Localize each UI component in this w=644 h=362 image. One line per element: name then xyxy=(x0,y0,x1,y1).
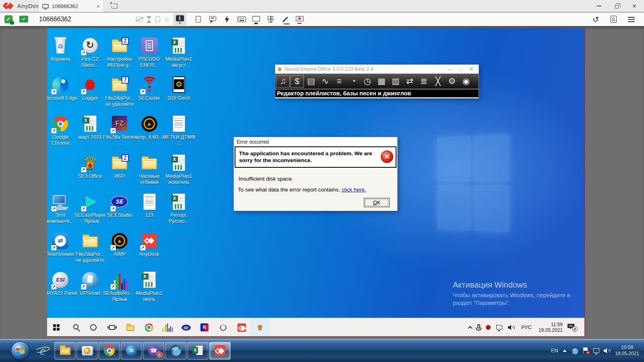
volume-icon[interactable] xyxy=(505,318,518,336)
host-clock[interactable]: 10:59 19.05.2021 xyxy=(615,345,639,357)
audio-router-button[interactable] xyxy=(158,318,177,336)
whiteboard-button[interactable] xyxy=(278,12,292,26)
document-button[interactable]: ▤ xyxy=(304,75,318,88)
excel-button[interactable]: X xyxy=(187,342,208,360)
desktop-icon-seaudioroute[interactable]: ↗SEAudioRo... - Ярлык xyxy=(103,270,136,302)
r-app-button[interactable]: R xyxy=(195,318,214,336)
desktop-icon-se3-office[interactable]: ♛↗SE3 Office xyxy=(73,153,107,179)
lens-app-button[interactable] xyxy=(165,342,186,360)
desktop-icon-secastplayer[interactable]: ↗SECastPlayer - Ярлык xyxy=(73,192,107,224)
recording-indicator-icon[interactable] xyxy=(483,318,493,336)
desktop-icon-aimp[interactable]: ▲↗AIMP xyxy=(103,231,136,257)
chat-button[interactable] xyxy=(205,12,220,26)
history-button[interactable]: ↺ xyxy=(587,12,605,26)
desktop-icon-filezilla-portable-folder-2[interactable]: FileZillaPor... не удаляйте xyxy=(73,231,107,263)
se-close-button[interactable]: ✕ xyxy=(466,66,477,73)
action-center-flag-icon[interactable]: × xyxy=(583,347,589,354)
viewer-eye-button[interactable]: ◉ xyxy=(459,75,473,88)
exchange-button[interactable]: ⇄ xyxy=(403,75,417,88)
desktop-icon-pira-cz-silence[interactable]: ↻↗Pira CZ Silenc... xyxy=(73,36,107,68)
se-maximize-button[interactable] xyxy=(456,66,466,73)
action-center-button[interactable]: 2 xyxy=(568,324,576,331)
windows-explorer-button[interactable] xyxy=(54,342,76,360)
pira-app-button[interactable] xyxy=(214,318,232,336)
anydesk-button[interactable] xyxy=(209,342,231,360)
se3-studio-button[interactable]: SE xyxy=(177,318,195,336)
scheduler-clock-button[interactable]: ◷ xyxy=(361,75,374,88)
desktop-icon-aimp-setup[interactable]: ▲aimp_4.60.... xyxy=(132,114,166,140)
desktop-icon-logger[interactable]: ↗Logger xyxy=(73,75,107,101)
sound-empire-titlebar[interactable]: ♛ Sound Empire Office 3.0.0.123 Beta 2.4… xyxy=(275,65,479,74)
sound-empire-button[interactable]: ♛ xyxy=(251,318,269,336)
sound-empire-window[interactable]: ♛ Sound Empire Office 3.0.0.123 Beta 2.4… xyxy=(275,64,479,99)
chrome-button[interactable] xyxy=(99,342,120,360)
tab-close-icon[interactable]: × xyxy=(96,3,100,9)
keyboard-button[interactable] xyxy=(234,12,249,26)
desktop-icon-ritorg-russko[interactable]: XРиторг, Русско... xyxy=(162,192,196,224)
desktop-icon-se3-studio[interactable]: SE↗SE3 Studio xyxy=(103,192,136,218)
billing-button[interactable]: $ xyxy=(290,75,304,88)
broadcast-dish-button[interactable]: ◔ xyxy=(347,75,360,88)
file-explorer-button[interactable] xyxy=(121,318,140,336)
music-editor-button[interactable]: ♫ xyxy=(276,75,290,88)
volume-icon[interactable] xyxy=(604,348,611,354)
desktop-icon-doc-123[interactable]: 123 xyxy=(132,192,166,218)
ok-button[interactable]: OK xyxy=(364,198,390,207)
viber-button[interactable]: ☎5 xyxy=(143,342,164,360)
thunderbird-button[interactable]: ✉ xyxy=(121,342,142,360)
monitor-select-button[interactable]: 1 xyxy=(173,13,186,25)
clock[interactable]: 11:59 19.05.2021 xyxy=(535,322,566,333)
file-transfer-button[interactable] xyxy=(191,12,205,26)
start-button[interactable] xyxy=(47,318,66,336)
network-icon[interactable] xyxy=(493,318,505,336)
language-indicator[interactable]: РУС xyxy=(518,324,535,330)
menu-button[interactable] xyxy=(622,12,640,26)
database-button[interactable]: ≣ xyxy=(417,75,431,88)
search-button[interactable] xyxy=(66,318,84,336)
task-view-button[interactable] xyxy=(103,318,121,336)
actions-button[interactable] xyxy=(220,12,234,26)
new-session-button[interactable] xyxy=(107,0,122,12)
settings-gear-button[interactable]: ⚙ xyxy=(445,75,459,88)
waveform-button[interactable]: ∿ xyxy=(318,75,332,88)
host-language-indicator[interactable]: EN xyxy=(551,348,558,354)
anydesk-button[interactable] xyxy=(232,318,251,336)
phonebook-button[interactable]: ▥ xyxy=(389,75,402,88)
window-close-button[interactable]: × xyxy=(625,0,643,12)
desktop-icon-filezilla-server[interactable]: FZ↗FileZilla Server ... xyxy=(103,114,136,146)
session-tab[interactable]: 106666362 × xyxy=(38,0,104,12)
address-chip[interactable]: ✓ 106666362 xyxy=(19,14,71,25)
desktop-icon-metki-dtmf[interactable]: МЕТКИ ДТМФ ... xyxy=(162,114,196,146)
desktop-icon-mediaplan1-august[interactable]: XMediaPlan1 август xyxy=(162,36,196,68)
desktop-icon-ibp-folder[interactable]: ZИБП xyxy=(103,153,136,179)
desktop-icon-pseudo-energy[interactable]: PSEUDO ENER... xyxy=(132,36,166,68)
error-dialog[interactable]: Error occurred The application has encou… xyxy=(233,137,398,211)
start-orb[interactable] xyxy=(9,339,31,362)
window-minimize-button[interactable] xyxy=(590,0,608,12)
chrome-button[interactable] xyxy=(140,318,158,336)
desktop-icon-dsfgen3[interactable]: ⚙DSFGen3 xyxy=(162,75,196,101)
window-restore-button[interactable] xyxy=(608,0,625,12)
desktop-icon-filezilla-portable-folder[interactable]: 7FileZillaPor... не удаляйте xyxy=(103,75,136,107)
tray-expand-icon[interactable] xyxy=(466,318,475,336)
cortana-button[interactable] xyxy=(84,318,103,336)
microphone-icon[interactable] xyxy=(475,318,483,336)
playlist-button[interactable]: ≡ xyxy=(332,75,346,88)
desktop-icon-mart-2021[interactable]: Xмарт 2021 xyxy=(73,114,107,140)
desktop-icon-mediaplan1-july[interactable]: XMediaPlan1 июль xyxy=(132,270,166,302)
se-minimize-button[interactable]: — xyxy=(445,66,456,72)
internet-explorer-button[interactable]: e xyxy=(33,339,52,362)
desktop-icon-mediaplan1-iskatel[interactable]: XMediaPlan1 искатель xyxy=(162,153,196,185)
desktop-icon-ups-settings-folder[interactable]: ZНастройки ИБП(не у... xyxy=(103,36,136,68)
grid-planner-button[interactable]: ▦ xyxy=(375,75,388,88)
error-report-link[interactable]: click here. xyxy=(342,187,366,193)
permissions-button[interactable] xyxy=(263,12,278,26)
display-settings-button[interactable] xyxy=(249,12,263,26)
desktop-icon-upsmart[interactable]: ↗UPSmart xyxy=(73,270,107,296)
desktop-icon-chasovye-otbivki[interactable]: Часовые отбивки xyxy=(132,153,166,185)
record-session-button[interactable] xyxy=(292,12,307,26)
tools-button[interactable]: ╳ xyxy=(431,75,445,88)
desktop-icon-secaster[interactable]: ↗SECaster xyxy=(132,75,166,101)
tray-expand-icon[interactable] xyxy=(563,350,567,352)
network-icon[interactable] xyxy=(593,348,599,353)
